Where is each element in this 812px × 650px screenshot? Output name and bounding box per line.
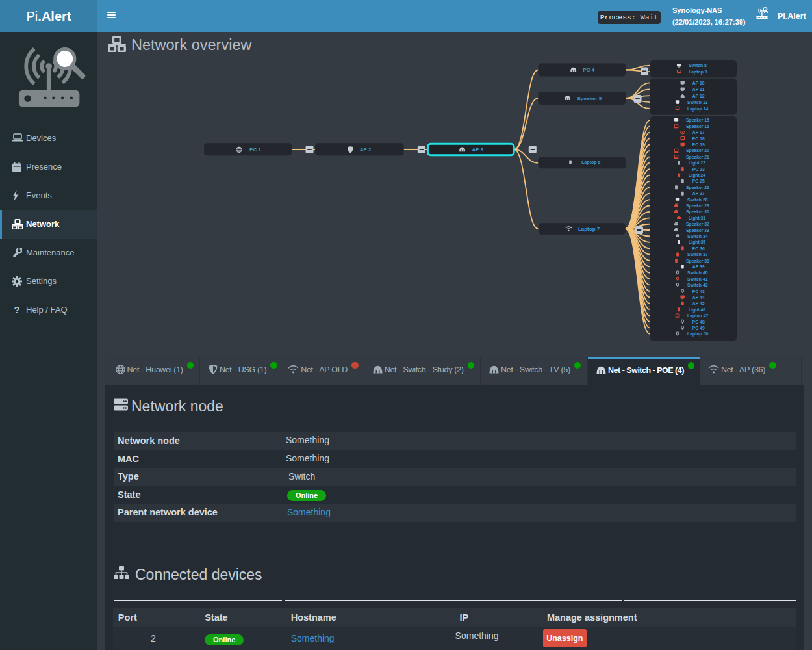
svg-text:AP 45: AP 45 <box>692 301 705 306</box>
svg-text:Speaker 33: Speaker 33 <box>686 228 709 233</box>
svg-text:AP 44: AP 44 <box>692 295 705 300</box>
svg-text:Light 22: Light 22 <box>689 161 705 166</box>
svg-text:Light 46: Light 46 <box>689 307 705 313</box>
svg-text:AP 11: AP 11 <box>692 87 705 92</box>
svg-text:AP 3: AP 3 <box>472 147 483 153</box>
svg-text:Switch 8: Switch 8 <box>689 63 707 68</box>
svg-text:Speaker 38: Speaker 38 <box>686 259 709 264</box>
svg-text:PC 49: PC 49 <box>692 326 705 330</box>
svg-text:PC 19: PC 19 <box>692 142 705 147</box>
svg-text:Laptop 7: Laptop 7 <box>578 226 600 232</box>
svg-text:Switch 37: Switch 37 <box>687 252 708 257</box>
svg-text:PC 4: PC 4 <box>583 67 595 73</box>
svg-text:AP 27: AP 27 <box>692 191 705 196</box>
svg-text:Speaker 16: Speaker 16 <box>686 124 709 129</box>
svg-text:Speaker 5: Speaker 5 <box>577 96 602 101</box>
svg-text:PC 48: PC 48 <box>692 320 705 324</box>
svg-text:AP 17: AP 17 <box>692 130 705 135</box>
svg-text:Switch 34: Switch 34 <box>687 234 708 239</box>
svg-text:Laptop 47: Laptop 47 <box>687 313 708 318</box>
svg-text:Speaker 26: Speaker 26 <box>686 185 709 190</box>
svg-text:AP 39: AP 39 <box>692 265 705 269</box>
svg-text:Speaker 32: Speaker 32 <box>686 222 709 227</box>
svg-text:PC 43: PC 43 <box>692 289 705 294</box>
svg-text:?: ? <box>14 305 19 315</box>
svg-text:Switch 40: Switch 40 <box>687 270 708 275</box>
svg-text:Speaker 20: Speaker 20 <box>686 148 709 153</box>
svg-text:Light 31: Light 31 <box>689 216 705 221</box>
svg-text:PC 36: PC 36 <box>692 246 705 251</box>
svg-text:AP 10: AP 10 <box>692 81 705 85</box>
svg-text:AP 2: AP 2 <box>360 147 372 153</box>
svg-text:AP 12: AP 12 <box>692 94 705 98</box>
svg-text:Laptop 6: Laptop 6 <box>581 160 600 165</box>
svg-text:Switch 28: Switch 28 <box>687 198 708 202</box>
svg-text:Laptop 9: Laptop 9 <box>689 70 707 75</box>
svg-text:PC 1: PC 1 <box>249 147 261 153</box>
svg-text:Laptop 50: Laptop 50 <box>687 332 708 337</box>
svg-text:Speaker 30: Speaker 30 <box>686 209 709 214</box>
svg-text:Laptop 14: Laptop 14 <box>687 107 708 112</box>
svg-text:Switch 13: Switch 13 <box>687 100 708 105</box>
svg-text:Speaker 15: Speaker 15 <box>686 118 709 123</box>
svg-text:Speaker 29: Speaker 29 <box>686 203 709 209</box>
svg-text:Light 35: Light 35 <box>689 240 705 245</box>
svg-text:Light 24: Light 24 <box>689 173 705 178</box>
svg-text:Switch 41: Switch 41 <box>687 277 708 281</box>
svg-text:PC 23: PC 23 <box>692 167 705 172</box>
svg-text:Switch 42: Switch 42 <box>687 283 708 287</box>
svg-text:Speaker 21: Speaker 21 <box>686 155 709 160</box>
svg-text:PC 18: PC 18 <box>692 136 705 141</box>
svg-text:PC 25: PC 25 <box>692 179 705 183</box>
